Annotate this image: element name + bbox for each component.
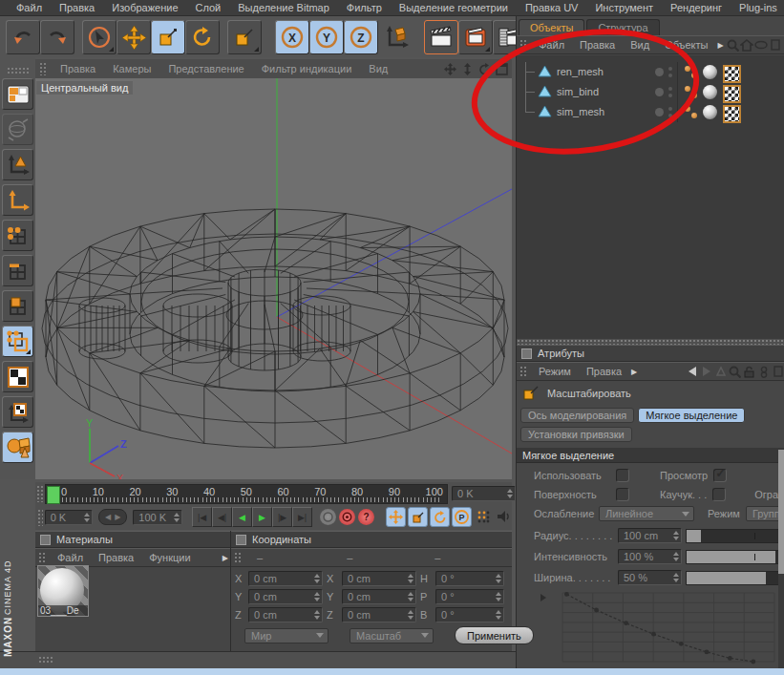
apply-button[interactable]: Применить	[455, 626, 534, 644]
prev-key-button[interactable]: ◀|	[212, 507, 232, 527]
transport-grip[interactable]	[37, 509, 43, 526]
objects-menu-more-icon[interactable]: ▶	[716, 41, 726, 50]
rot-b-field[interactable]: 0 °	[435, 607, 504, 622]
status-grip[interactable]	[38, 656, 53, 664]
radius-slider[interactable]	[686, 529, 779, 543]
viewport-zoom-icon[interactable]	[460, 62, 475, 76]
radius-field[interactable]: 100 cm	[618, 528, 682, 543]
tag-dot-icon[interactable]	[691, 113, 697, 118]
tag-dot-icon[interactable]	[685, 86, 690, 92]
stepper-icon[interactable]	[314, 610, 320, 620]
range-start-field[interactable]: 0 K	[45, 510, 93, 525]
key-rotation-button[interactable]	[430, 507, 450, 527]
x-axis-lock-button[interactable]: X	[275, 20, 309, 54]
rotate-tool-button[interactable]	[185, 20, 220, 54]
rubber-checkbox[interactable]	[712, 488, 726, 501]
object-mode-button[interactable]	[2, 432, 33, 463]
tab-modeling-axis[interactable]: Ось моделирования	[520, 408, 634, 423]
object-name[interactable]: sim_bind	[557, 86, 599, 97]
material-name[interactable]: 03___De	[38, 605, 88, 616]
viewport-pan-icon[interactable]	[443, 62, 457, 76]
polygons-mode-button[interactable]	[2, 290, 33, 322]
back-icon[interactable]	[685, 365, 699, 379]
intensity-field[interactable]: 100 %	[618, 549, 682, 564]
stepper-icon[interactable]	[408, 592, 413, 601]
search-icon[interactable]	[726, 38, 740, 53]
live-selection-button[interactable]	[82, 20, 117, 54]
visibility-dot-render-a[interactable]	[668, 67, 672, 71]
stepper-icon[interactable]	[673, 552, 679, 561]
range-nudge-buttons[interactable]: ◀▶	[98, 509, 127, 525]
materials-menu-file[interactable]: Файл	[50, 552, 91, 563]
viewport-menu-view[interactable]: Вид	[360, 63, 396, 74]
soft-selection-header[interactable]: Мягкое выделение	[517, 448, 784, 463]
scale-z-field[interactable]: 0 cm	[342, 607, 416, 622]
timeline-grip[interactable]	[36, 485, 44, 502]
panel-box-icon[interactable]	[771, 365, 784, 379]
polygon-edit-mode-button[interactable]	[2, 326, 33, 357]
stepper-icon[interactable]	[496, 592, 501, 601]
forward-icon[interactable]	[699, 365, 713, 379]
attributes-menu-mode[interactable]: Режим	[531, 366, 579, 377]
panel-box-icon[interactable]	[769, 38, 783, 53]
material-tag-icon[interactable]	[702, 84, 718, 100]
objects-menu-view[interactable]: Вид	[623, 39, 657, 51]
next-key-button[interactable]: |▶	[272, 507, 292, 527]
use-checkbox[interactable]	[616, 469, 629, 482]
visibility-dot-editor[interactable]	[655, 108, 664, 116]
home-icon[interactable]	[740, 38, 754, 53]
visibility-dot-editor[interactable]	[655, 68, 664, 76]
menu-plugins[interactable]: Plug-ins	[731, 2, 784, 13]
pos-x-field[interactable]: 0 cm	[248, 571, 323, 586]
keyframe-help-icon[interactable]: ?	[358, 509, 374, 525]
materials-menu-more-icon[interactable]: ▶	[221, 554, 230, 562]
points-mode-button[interactable]	[2, 220, 33, 251]
scale-y-field[interactable]: 0 cm	[342, 589, 416, 604]
surface-checkbox[interactable]	[616, 488, 629, 501]
objects-menu-grip[interactable]	[519, 39, 528, 51]
texture-tag-icon[interactable]	[723, 85, 741, 103]
object-name[interactable]: ren_mesh	[557, 66, 604, 77]
object-row-ren-mesh[interactable]: ren_mesh	[517, 62, 784, 82]
make-editable-button[interactable]	[2, 78, 33, 110]
falloff-dropdown[interactable]: Линейное	[599, 506, 694, 521]
search-icon[interactable]	[728, 365, 742, 379]
nudge-left-icon[interactable]: ◀	[105, 513, 111, 521]
viewport-menu-display[interactable]: Представление	[159, 63, 252, 74]
mode-dropdown[interactable]: Масштаб	[350, 628, 434, 643]
tab-snap-settings[interactable]: Установки привязки	[520, 427, 632, 442]
timeline-ruler[interactable]: 0102030405060708090100	[45, 484, 448, 504]
visibility-dot-render-a[interactable]	[668, 87, 672, 91]
tag-dot-icon[interactable]	[685, 106, 690, 112]
preview-checkbox[interactable]: ✓	[713, 469, 727, 482]
viewport-menu-cameras[interactable]: Камеры	[104, 63, 159, 74]
tag-dot-icon[interactable]	[691, 73, 697, 78]
stepper-icon[interactable]	[408, 610, 413, 620]
width-slider[interactable]	[686, 571, 779, 585]
pos-y-field[interactable]: 0 cm	[248, 589, 323, 604]
scale-x-field[interactable]: 0 cm	[342, 571, 416, 586]
texture-environment-button[interactable]	[2, 114, 33, 145]
space-dropdown[interactable]: Мир	[244, 628, 328, 643]
mode-toolbar-grip[interactable]	[7, 67, 30, 74]
menu-filter[interactable]: Фильтр	[338, 2, 391, 13]
attributes-menu-grip[interactable]	[519, 366, 528, 377]
edges-mode-button[interactable]	[2, 255, 33, 286]
menu-uv-edit[interactable]: Правка UV	[517, 2, 587, 13]
play-backwards-button[interactable]: ◀	[232, 507, 252, 527]
objects-menu-file[interactable]: Файл	[531, 39, 572, 51]
object-row-sim-mesh[interactable]: sim_mesh	[517, 102, 784, 122]
stepper-icon[interactable]	[174, 513, 180, 522]
menu-layer[interactable]: Слой	[187, 2, 230, 13]
stepper-icon[interactable]	[496, 610, 501, 620]
objects-menu-objects[interactable]: Объекты	[657, 39, 715, 51]
falloff-curve-graph[interactable]	[549, 589, 778, 669]
visibility-dot-render-b[interactable]	[668, 74, 672, 77]
viewport-rotate-icon[interactable]	[477, 62, 492, 76]
rot-h-field[interactable]: 0 °	[435, 571, 504, 586]
object-name[interactable]: sim_mesh	[557, 106, 604, 117]
stepper-icon[interactable]	[314, 574, 320, 583]
texture-tag-icon[interactable]	[723, 105, 741, 123]
sound-button[interactable]	[494, 507, 512, 525]
history-icon[interactable]	[713, 365, 728, 379]
